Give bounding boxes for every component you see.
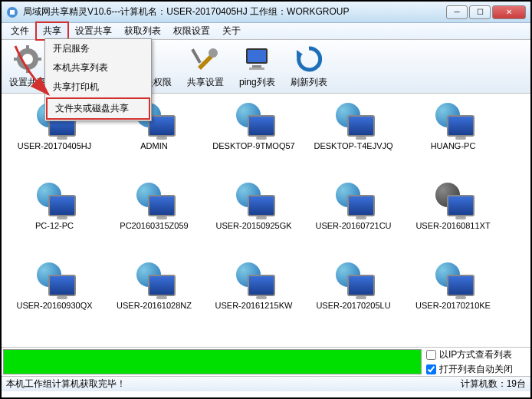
computer-item[interactable]: USER-20160721CU [304, 180, 403, 256]
menu-permission[interactable]: 权限设置 [167, 23, 216, 39]
maximize-button[interactable]: ☐ [469, 5, 491, 19]
menu-file[interactable]: 文件 [5, 23, 35, 39]
bottom-bar: 以IP方式查看列表 打开列表自动关闭 [2, 347, 530, 376]
svg-rect-15 [248, 50, 266, 62]
computer-icon [432, 100, 475, 138]
computer-icon [333, 259, 375, 298]
computer-item[interactable]: USER-20150925GK [204, 180, 304, 256]
computer-icon [34, 180, 76, 218]
computer-label: USER-20161028NZ [117, 301, 192, 310]
computer-icon [432, 180, 475, 218]
computer-icon [333, 100, 375, 138]
statusbar: 本机工作组计算机获取完毕！ 计算机数：19台 [2, 376, 530, 391]
computer-icon [333, 180, 375, 218]
svg-rect-1 [10, 10, 15, 15]
dropdown-item-3[interactable]: 文件夹或磁盘共享 [46, 97, 150, 120]
menu-get-list[interactable]: 获取列表 [118, 23, 167, 39]
svg-rect-5 [26, 68, 29, 73]
computer-label: USER-20170210KE [415, 301, 491, 310]
svg-rect-17 [249, 68, 264, 70]
computer-label: DESKTOP-9TMOQ57 [212, 141, 294, 150]
menubar: 文件 共享 设置共享 获取列表 权限设置 关于 [2, 23, 530, 40]
computer-item[interactable]: USER-20160811XT [403, 180, 503, 256]
svg-point-3 [22, 54, 33, 64]
app-icon [6, 6, 18, 18]
computer-label: PC20160315Z059 [120, 221, 188, 230]
svg-rect-13 [191, 48, 201, 63]
refresh-icon [294, 44, 324, 74]
checkbox-ip-view-input[interactable] [426, 350, 436, 360]
svg-rect-16 [252, 65, 261, 68]
checkbox-auto-close-label: 打开列表自动关闭 [439, 363, 513, 376]
titlebar: 局域网共享精灵V10.6---计算机名：USER-20170405HJ 工作组：… [2, 2, 530, 23]
svg-rect-6 [14, 58, 18, 61]
toolbar-label: ping列表 [239, 76, 275, 89]
computer-list: USER-20170405HJADMINDESKTOP-9TMOQ57DESKT… [2, 94, 530, 347]
computer-icon [233, 100, 275, 138]
computer-icon [233, 259, 275, 298]
computer-label: DESKTOP-T4EJVJQ [314, 141, 392, 150]
menu-set-share[interactable]: 设置共享 [69, 23, 118, 39]
menu-about[interactable]: 关于 [216, 23, 247, 39]
toolbar-btn-refresh[interactable]: 刷新列表 [287, 42, 330, 91]
computer-label: USER-20160721CU [315, 221, 391, 230]
computer-item[interactable]: USER-20161028NZ [104, 259, 204, 336]
tools-icon [190, 44, 221, 74]
computer-label: USER-20150925GK [215, 221, 291, 230]
computer-item[interactable]: HUANG-PC [403, 100, 503, 176]
computer-icon [133, 180, 176, 218]
computer-icon [432, 259, 475, 298]
svg-point-12 [209, 48, 218, 58]
toolbar-btn-tools[interactable]: 共享设置 [184, 42, 227, 91]
svg-rect-7 [37, 58, 41, 61]
computer-icon [133, 259, 176, 298]
toolbar-btn-ping[interactable]: ping列表 [236, 42, 278, 91]
toolbar-label: 刷新列表 [291, 76, 327, 89]
computer-item[interactable]: USER-20161215KW [204, 259, 304, 336]
computer-icon [233, 180, 275, 218]
computer-item[interactable]: PC-12-PC [5, 180, 104, 256]
progress-bar [3, 349, 422, 374]
minimize-button[interactable]: ─ [446, 5, 468, 19]
computer-label: PC-12-PC [35, 221, 74, 230]
checkbox-auto-close-input[interactable] [426, 364, 436, 374]
computer-item[interactable]: PC20160315Z059 [104, 180, 204, 256]
computer-item[interactable]: USER-20170205LU [304, 259, 403, 336]
computer-label: HUANG-PC [431, 141, 476, 150]
svg-rect-4 [26, 45, 29, 50]
checkbox-auto-close[interactable]: 打开列表自动关闭 [426, 363, 527, 376]
computer-item[interactable]: DESKTOP-9TMOQ57 [204, 100, 304, 176]
toolbar-btn-gear[interactable]: 设置共享 [6, 42, 49, 91]
computer-item[interactable]: DESKTOP-T4EJVJQ [304, 100, 403, 176]
dropdown-item-0[interactable]: 开启服务 [45, 39, 151, 58]
computer-label: USER-20160930QX [16, 301, 92, 310]
share-dropdown: 开启服务本机共享列表共享打印机文件夹或磁盘共享 [44, 38, 152, 121]
computer-label: USER-20160811XT [415, 221, 490, 230]
computer-label: USER-20170205LU [316, 301, 390, 310]
toolbar-label: 共享设置 [187, 76, 224, 89]
computer-item[interactable]: USER-20170210KE [403, 259, 503, 336]
gear-icon [12, 44, 43, 74]
computer-item[interactable]: USER-20160930QX [5, 259, 104, 336]
computer-icon [34, 259, 76, 298]
dropdown-item-1[interactable]: 本机共享列表 [45, 58, 151, 77]
checkbox-ip-view[interactable]: 以IP方式查看列表 [426, 348, 527, 361]
status-left: 本机工作组计算机获取完毕！ [6, 378, 461, 391]
close-button[interactable]: ✕ [492, 5, 526, 19]
window-title: 局域网共享精灵V10.6---计算机名：USER-20170405HJ 工作组：… [23, 5, 446, 18]
toolbar-label: 设置共享 [9, 76, 46, 89]
checkbox-ip-view-label: 以IP方式查看列表 [439, 348, 512, 361]
computer-label: USER-20161215KW [215, 301, 293, 310]
computer-label: USER-20170405HJ [18, 141, 92, 150]
computer-label: ADMIN [140, 141, 167, 150]
status-right: 计算机数：19台 [461, 378, 526, 391]
dropdown-item-2[interactable]: 共享打印机 [45, 77, 151, 97]
ping-icon [241, 44, 272, 74]
